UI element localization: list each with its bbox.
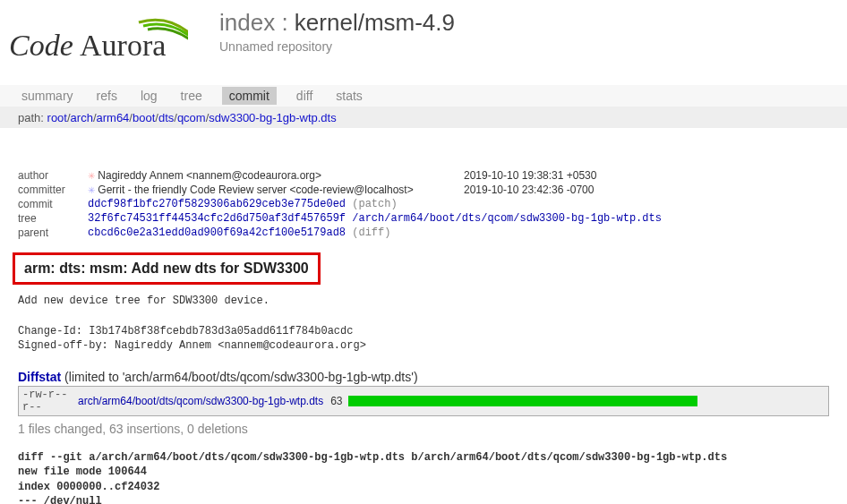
avatar-icon: ✳ [88, 171, 95, 181]
diffstat-limited: (limited to 'arch/arm64/boot/dts/qcom/sd… [61, 370, 417, 384]
path-seg-arm64[interactable]: arm64 [97, 111, 130, 124]
diff-output: diff --git a/arch/arm64/boot/dts/qcom/sd… [18, 450, 829, 504]
path-seg-root[interactable]: root [47, 111, 67, 124]
diffstat-row: -rw-r--r-- arch/arm64/boot/dts/qcom/sdw3… [19, 387, 828, 415]
committer-value: Gerrit - the friendly Code Review server… [98, 184, 413, 196]
commit-title: arm: dts: msm: Add new dts for SDW3300 [24, 261, 309, 277]
tree-path-link[interactable]: /arch/arm64/boot/dts/qcom/sdw3300-bg-1gb… [352, 212, 662, 225]
diffstat-header: Diffstat (limited to 'arch/arm64/boot/dt… [18, 370, 847, 384]
path-label: path: [18, 111, 44, 124]
tab-summary[interactable]: summary [18, 87, 77, 105]
commit-info-table: author ✳ Nagireddy Annem <nannem@codeaur… [18, 168, 847, 240]
diff-header-line: diff --git a/arch/arm64/boot/dts/qcom/sd… [18, 451, 727, 464]
logo-svg: CodeAurora [9, 13, 188, 67]
file-mode: -rw-r--r-- [22, 389, 78, 414]
repo-title-block: index : kernel/msm-4.9 Unnamed repositor… [197, 9, 455, 54]
path-seg-dts[interactable]: dts [158, 111, 174, 124]
commit-label: commit [18, 198, 88, 210]
diffstat-count: 63 [330, 395, 342, 407]
committer-label: committer [18, 184, 88, 196]
diff-link[interactable]: (diff) [352, 226, 390, 239]
diff-minus-line: --- /dev/null [18, 495, 102, 504]
tree-hash-link[interactable]: 32f6fc74531ff44534cfc2d6d750af3df457659f [88, 212, 346, 225]
nav-tabs: summary refs log tree commit diff stats [0, 85, 847, 107]
repo-name-link[interactable]: kernel/msm-4.9 [295, 9, 455, 36]
repo-title: index : kernel/msm-4.9 [219, 9, 455, 37]
path-bar: path: root/arch/arm64/boot/dts/qcom/sdw3… [0, 107, 847, 128]
path-seg-qcom[interactable]: qcom [177, 111, 206, 124]
commit-title-highlight: arm: dts: msm: Add new dts for SDW3300 [13, 252, 321, 285]
svg-text:Aurora: Aurora [80, 29, 166, 62]
path-seg-arch[interactable]: arch [71, 111, 93, 124]
commit-hash-link[interactable]: ddcf98f1bfc270f5829306ab629ceb3e775de0ed [88, 198, 346, 210]
patch-link[interactable]: (patch) [352, 198, 397, 210]
diff-index-line: index 0000000..cf24032 [18, 481, 159, 493]
tree-label: tree [18, 212, 88, 225]
tab-diff[interactable]: diff [293, 87, 316, 105]
diffstat-link[interactable]: Diffstat [18, 370, 61, 384]
path-seg-file[interactable]: sdw3300-bg-1gb-wtp.dts [209, 111, 336, 124]
tab-commit[interactable]: commit [222, 87, 277, 105]
diffstat-summary: 1 files changed, 63 insertions, 0 deleti… [18, 422, 829, 436]
repo-subtitle: Unnamed repository [219, 39, 455, 54]
avatar-icon: ✳ [88, 185, 95, 195]
commit-message: Add new device tree for SDW3300 device. … [18, 294, 847, 354]
committer-date: 2019-10-10 23:42:36 -0700 [464, 184, 594, 196]
parent-label: parent [18, 226, 88, 239]
tab-refs[interactable]: refs [93, 87, 121, 105]
author-label: author [18, 169, 88, 182]
author-value: Nagireddy Annem <nannem@codeaurora.org> [98, 169, 321, 182]
tab-stats[interactable]: stats [332, 87, 366, 105]
tab-log[interactable]: log [137, 87, 161, 105]
diffstat-table: -rw-r--r-- arch/arm64/boot/dts/qcom/sdw3… [18, 386, 829, 416]
parent-hash-link[interactable]: cbcd6c0e2a31edd0ad900f69a42cf100e5179ad8 [88, 226, 346, 239]
diff-newfile-line: new file mode 100644 [18, 466, 147, 478]
index-label: index : [219, 9, 288, 36]
author-date: 2019-10-10 19:38:31 +0530 [464, 169, 596, 182]
page-header: CodeAurora index : kernel/msm-4.9 Unname… [0, 0, 847, 67]
path-seg-boot[interactable]: boot [133, 111, 155, 124]
tab-tree[interactable]: tree [177, 87, 206, 105]
insertion-bar [348, 396, 697, 406]
codeaurora-logo: CodeAurora [9, 9, 197, 67]
svg-text:Code: Code [9, 29, 73, 62]
diffstat-file-link[interactable]: arch/arm64/boot/dts/qcom/sdw3300-bg-1gb-… [78, 395, 323, 407]
